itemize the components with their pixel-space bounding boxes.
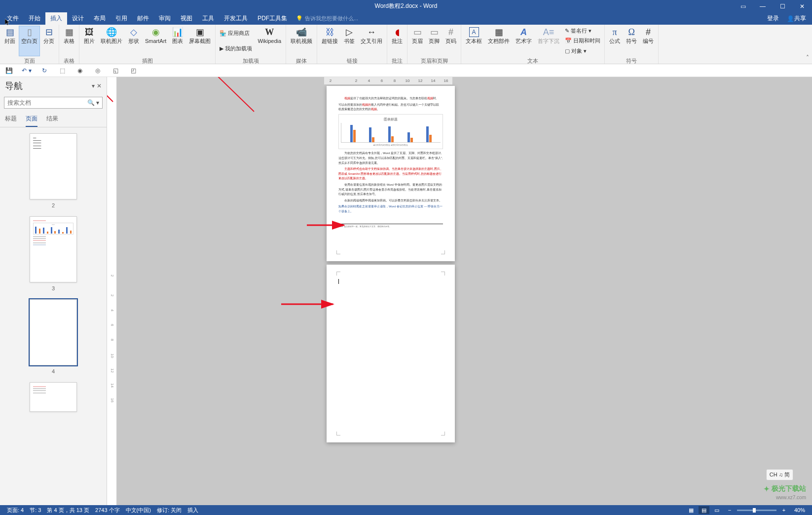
page-number-button[interactable]: #页码: [443, 26, 459, 56]
wikipedia-button[interactable]: WWikipedia: [255, 26, 284, 56]
ribbon-group-label-illustrations: 插图: [81, 56, 213, 66]
comment-button[interactable]: ◖批注: [389, 26, 405, 56]
qat-btn-7[interactable]: ◱: [111, 66, 120, 76]
quick-parts-button[interactable]: ▦文档部件: [485, 26, 512, 56]
ribbon-group-tables: ▦表格 表格: [59, 25, 79, 64]
drop-cap-button[interactable]: A≡首字下沉: [535, 26, 562, 56]
nav-thumbnails[interactable]: ━━━━━━━━━━━━━━━━━━━━━━━━━━━━━━━━━━━ 2 ━━…: [0, 127, 107, 506]
bookmark-button[interactable]: ▷书签: [341, 26, 357, 56]
qat-btn-5[interactable]: ◉: [75, 66, 85, 76]
page-break-button[interactable]: ⊟分页: [41, 26, 57, 56]
chart-bars: [341, 123, 441, 143]
online-video-button[interactable]: 📹联机视频: [288, 26, 315, 56]
signature-line-button[interactable]: ✎签名行 ▾: [563, 26, 602, 36]
thumbnail-page-2[interactable]: ━━━━━━━━━━━━━━━━━━━━━━━━━━━━━━━━━━━: [30, 133, 77, 199]
header-button[interactable]: ▭页眉: [409, 26, 425, 56]
thumbnail-page-4[interactable]: [30, 299, 77, 365]
ribbon-group-addins: 🏪应用商店 ▶我的加载项 WWikipedia 加载项: [216, 25, 286, 64]
my-addins-button[interactable]: ▶我的加载项: [218, 44, 254, 53]
hyperlink-button[interactable]: ⛓超链接: [319, 26, 340, 56]
blank-page-button[interactable]: ▯空白页: [19, 26, 40, 56]
ribbon-display-options[interactable]: ▭: [733, 0, 753, 12]
watermark-url: www.xz7.com: [776, 495, 806, 500]
ribbon-group-pages: ▤封面 ▯空白页 ⊟分页 页面: [0, 25, 59, 64]
table-icon: ▦: [64, 27, 74, 37]
cross-reference-button[interactable]: ↔交叉引用: [358, 26, 385, 56]
page-break-icon: ⊟: [44, 27, 54, 37]
wordart-button[interactable]: A艺术字: [513, 26, 534, 56]
login-button[interactable]: 登录: [763, 12, 783, 25]
shapes-button[interactable]: ◇形状: [126, 26, 142, 56]
ribbon-group-illustrations: 🖼图片 🌐联机图片 ◇形状 ◉SmartArt 📊图表 ▣屏幕截图 插图: [79, 25, 216, 64]
tab-home[interactable]: 开始: [24, 12, 45, 25]
close-button[interactable]: ✕: [792, 0, 812, 12]
symbol-button[interactable]: Ω符号: [624, 26, 639, 56]
thumb-label: 3: [52, 285, 55, 291]
nav-search[interactable]: 🔍 ▾: [4, 97, 103, 109]
qat-btn-4[interactable]: ⬚: [57, 66, 67, 76]
ime-indicator[interactable]: CH ♫ 简: [766, 469, 793, 480]
horizontal-ruler[interactable]: 2 2 4 6 8 10 12 14 16: [324, 77, 452, 84]
footer-button[interactable]: ▭页脚: [426, 26, 442, 56]
titlebar: Word教程2.docx - Word ▭ — ☐ ✕: [0, 0, 812, 12]
tell-me-search[interactable]: 💡 告诉我您想要做什么...: [292, 12, 358, 25]
document-page-3[interactable]: 视频提供了功能强大的方法帮助您证明您的观点。当您单击联机视频时, 可以在想要添加…: [327, 86, 455, 261]
shapes-icon: ◇: [129, 27, 139, 37]
tab-references[interactable]: 引用: [111, 12, 132, 25]
ribbon-group-media: 📹联机视频 媒体: [286, 25, 317, 64]
maximize-button[interactable]: ☐: [773, 0, 792, 12]
nav-dropdown-button[interactable]: ▾: [92, 82, 95, 89]
minimize-button[interactable]: —: [753, 0, 773, 12]
online-pictures-button[interactable]: 🌐联机图片: [98, 26, 125, 56]
tab-tools[interactable]: 工具: [197, 12, 219, 25]
store-button[interactable]: 🏪应用商店: [218, 29, 254, 38]
tab-mailings[interactable]: 邮件: [132, 12, 154, 25]
annotation-arrow-1: [165, 77, 264, 126]
smartart-button[interactable]: ◉SmartArt: [143, 26, 169, 56]
textbox-button[interactable]: A文本框: [463, 26, 484, 56]
table-button[interactable]: ▦表格: [61, 26, 77, 56]
page-number-icon: #: [446, 27, 456, 37]
search-icon[interactable]: 🔍 ▾: [87, 99, 99, 106]
tab-pdf-tools[interactable]: PDF工具集: [253, 12, 292, 25]
document-area[interactable]: L 2 2 4 6 8 10 12 14 16 2 2 4 6 8 10 12 …: [107, 77, 812, 506]
nav-close-button[interactable]: ✕: [97, 82, 102, 89]
qat-btn-6[interactable]: ◎: [93, 66, 103, 76]
redo-button[interactable]: ↻: [39, 66, 49, 76]
tab-developer[interactable]: 开发工具: [219, 12, 253, 25]
date-time-button[interactable]: 📅日期和时间: [563, 36, 602, 45]
embedded-chart[interactable]: 图表标题 ■比例系列类别数据 ■表格系列类别数据: [338, 114, 443, 150]
number-button[interactable]: #编号: [640, 26, 656, 56]
thumbnail-page-5[interactable]: ━━━━━━━━━━━━━━━━━━━━━━━━━━━━━━━━━━━━━━━━…: [30, 382, 77, 412]
screenshot-button[interactable]: ▣屏幕截图: [186, 26, 213, 56]
hyperlink-icon: ⛓: [325, 27, 335, 37]
number-icon: #: [643, 27, 653, 37]
navigation-pane: 导航 ▾ ✕ 🔍 ▾ 标题 页面 结果 ━━━━━━━━━━━━━━━━━━━━…: [0, 77, 107, 506]
share-button[interactable]: 👤 共享: [783, 12, 810, 25]
nav-tab-pages[interactable]: 页面: [26, 115, 37, 127]
vertical-ruler[interactable]: 2 2 4 6 8 10 12 14 16: [107, 77, 117, 506]
document-page-4[interactable]: [327, 265, 455, 442]
search-input[interactable]: [7, 99, 87, 106]
qat-btn-8[interactable]: ◰: [128, 66, 138, 76]
save-button[interactable]: 💾: [4, 66, 14, 76]
nav-tab-headings[interactable]: 标题: [5, 115, 17, 127]
tab-insert[interactable]: 插入: [45, 12, 67, 25]
text-cursor: [338, 279, 339, 284]
tab-design[interactable]: 设计: [67, 12, 89, 25]
tab-layout[interactable]: 布局: [89, 12, 111, 25]
chart-button[interactable]: 📊图表: [170, 26, 185, 56]
ribbon-group-comments: ◖批注 批注: [387, 25, 407, 64]
cover-page-button[interactable]: ▤封面: [2, 26, 18, 56]
thumbnail-page-3[interactable]: ━━━━━━━━━━━━━ ━━━ ━━━━━━━━━━━━━━━━━━━━━━…: [30, 216, 77, 282]
tab-review[interactable]: 审阅: [154, 12, 176, 25]
undo-button[interactable]: ↶ ▾: [22, 66, 32, 76]
collapse-ribbon-button[interactable]: ˄: [806, 54, 809, 61]
tab-view[interactable]: 视图: [176, 12, 197, 25]
object-icon: ▢: [565, 48, 570, 54]
pictures-button[interactable]: 🖼图片: [81, 26, 97, 56]
object-button[interactable]: ▢对象 ▾: [563, 46, 602, 56]
online-picture-icon: 🌐: [107, 27, 116, 37]
nav-tab-results[interactable]: 结果: [46, 115, 58, 127]
equation-button[interactable]: π公式: [607, 26, 623, 56]
